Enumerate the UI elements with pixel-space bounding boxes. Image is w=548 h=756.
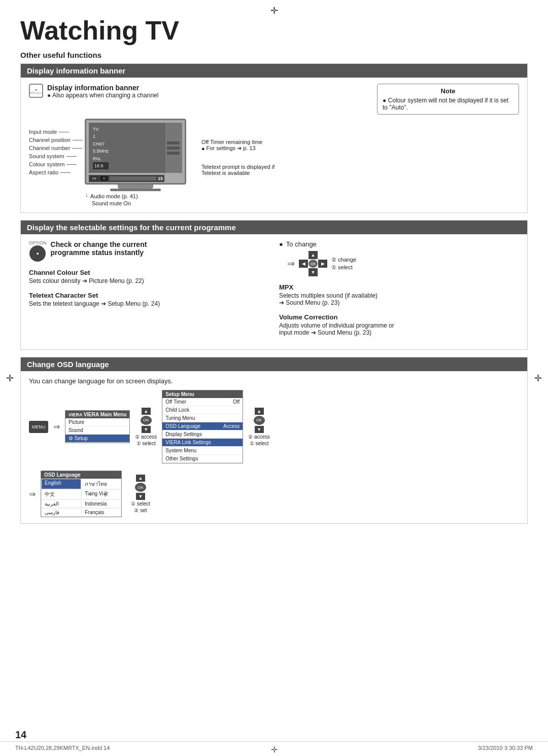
setup-item-offtimer[interactable]: Off TimerOff xyxy=(162,398,243,406)
recall-icon: ● RECALL xyxy=(29,84,43,98)
lang-vietnamese[interactable]: Tiếng Việt xyxy=(81,489,121,499)
sound-mute-label: Sound mute On xyxy=(92,200,131,206)
label-channel-number: Channel number xyxy=(29,144,83,152)
nav-down-1[interactable]: ▼ xyxy=(142,426,151,433)
lang-indonesian[interactable]: Indonesia xyxy=(81,499,121,508)
note-text: Colour system will not be displayed if i… xyxy=(383,97,508,111)
tv-diagram-outer: TV 1 CH07 5.5MHz PAL 16:9 xyxy=(85,119,186,191)
nav-col-3: ▲ OK ▼ ① select ② set xyxy=(131,475,150,513)
step3-select: ① select xyxy=(131,501,150,507)
channel-colour-set: Channel Colour Set Sets colour density ➔… xyxy=(29,269,269,284)
display-banner-section: Display information banner ● RECALL Disp… xyxy=(20,63,528,213)
arrow-to-lang: ⇒ xyxy=(29,489,36,499)
lang-arabic[interactable]: العربية xyxy=(41,499,81,508)
right-side-labels: Off Timer remaining time ● For settings … xyxy=(201,139,275,206)
change-osd-content: You can change language for on screen di… xyxy=(21,371,527,523)
setup-item-osdlang[interactable]: OSD LanguageAccess xyxy=(162,422,243,430)
tv-stand xyxy=(118,185,153,189)
to-change-instructions: ● To change ⇒ ▲ ◀ OK ▶ xyxy=(279,240,519,276)
option-icon: ● xyxy=(29,245,46,262)
setup-item-system[interactable]: System Menu xyxy=(162,447,243,455)
footer-compass-icon: ✛ xyxy=(271,745,278,754)
setup-item-tuning[interactable]: Tuning Menu xyxy=(162,414,243,422)
label-input-mode: Input mode xyxy=(29,128,83,136)
teletext-char-set: Teletext Character Set Sets the teletext… xyxy=(29,292,269,307)
ok-oval-1[interactable]: OK xyxy=(141,416,152,425)
setup-item-viera[interactable]: VIERA Link Settings xyxy=(162,439,243,447)
osd-description: You can change language for on screen di… xyxy=(29,377,519,385)
page-title: Watching TV xyxy=(20,15,528,46)
down-arrow-btn[interactable]: ▼ xyxy=(309,268,318,276)
tv-body: TV 1 CH07 5.5MHz PAL 16:9 xyxy=(85,119,186,185)
step2-access: ② access xyxy=(248,434,270,440)
step1-access: ② access xyxy=(135,434,157,440)
nav-up-1[interactable]: ▲ xyxy=(142,408,151,415)
footer-right: 3/23/2010 3:30:33 PM xyxy=(478,745,533,751)
right-arrow-btn[interactable]: ▶ xyxy=(318,260,327,268)
ok-btn-nav[interactable]: OK xyxy=(309,260,318,268)
setup-menu-title: Setup Menu xyxy=(162,390,243,398)
label-channel-position: Channel position xyxy=(29,136,83,144)
ok-oval-2[interactable]: OK xyxy=(254,416,265,425)
top-compass-icon: ✛ xyxy=(270,5,278,16)
setup-menu-screen: Setup Menu Off TimerOff Child Lock Tunin… xyxy=(162,390,243,463)
right-compass-icon: ✛ xyxy=(534,373,542,384)
teletext-note: Teletext prompt is displayed if Teletext… xyxy=(201,164,275,176)
selectable-settings-content: OPTION ● Check or change the current pro… xyxy=(21,234,527,349)
left-compass-icon: ✛ xyxy=(6,373,14,384)
lang-farsi[interactable]: فارسی xyxy=(41,508,81,517)
ok-oval-3[interactable]: OK xyxy=(135,483,146,492)
lang-french[interactable]: Français xyxy=(81,508,121,517)
change-osd-section: Change OSD language You can change langu… xyxy=(20,357,528,524)
left-arrow-btn[interactable]: ◀ xyxy=(299,260,308,268)
step2-select: ① select xyxy=(250,441,269,446)
lang-english[interactable]: English xyxy=(41,479,81,489)
tv-label-col: Input mode Channel position Channel numb… xyxy=(29,119,85,206)
page-footer: TH-L42U20,28,29KMRTX_EN.indd 14 ✛ 3/23/2… xyxy=(0,741,548,751)
up-arrow-btn[interactable]: ▲ xyxy=(309,251,318,259)
below-screen-labels: └ Audio mode (p. 41) xyxy=(85,193,138,199)
footer-left: TH-L42U20,28,29KMRTX_EN.indd 14 xyxy=(15,745,110,751)
setup-item-childlock[interactable]: Child Lock xyxy=(162,406,243,414)
settings-left-col: OPTION ● Check or change the current pro… xyxy=(29,240,269,343)
label-sound-system: Sound system xyxy=(29,152,83,160)
main-menu-screen: VIERA VIERA Main Menu Picture Sound ⚙ Se… xyxy=(65,410,130,443)
osd-lang-title: OSD Language xyxy=(41,471,121,479)
step1-select: ① select xyxy=(136,441,156,446)
setup-item-display[interactable]: Display Settings xyxy=(162,430,243,439)
selectable-settings-section: Display the selectable settings for the … xyxy=(20,220,528,350)
main-menu-title: VIERA VIERA Main Menu xyxy=(65,411,129,418)
selectable-settings-header: Display the selectable settings for the … xyxy=(21,221,527,234)
arrow-to-main: ⇒ xyxy=(53,422,60,431)
select-label: ① select xyxy=(331,264,356,271)
nav-down-3[interactable]: ▼ xyxy=(136,493,145,500)
nav-col-2: ▲ OK ▼ ② access ① select xyxy=(248,408,270,446)
nav-col-1: ▲ OK ▼ ② access ① select xyxy=(135,408,157,446)
page-container: Watching TV Other useful functions Displ… xyxy=(10,0,538,541)
volume-correction-block: Volume Correction Adjusts volume of indi… xyxy=(279,313,519,336)
note-title: Note xyxy=(383,87,513,95)
menu-item-sound[interactable]: Sound xyxy=(65,426,129,435)
note-box: Note ● Colour system will not be display… xyxy=(377,84,519,115)
label-colour-system: Colour system xyxy=(29,160,83,168)
label-aspect-ratio: Aspect ratio xyxy=(29,168,83,176)
tv-base xyxy=(110,189,161,191)
step3-set: ② set xyxy=(134,508,147,513)
setup-item-other[interactable]: Other Settings xyxy=(162,455,243,463)
tv-screen-inner: TV 1 CH07 5.5MHz PAL 16:9 xyxy=(89,123,182,173)
menu-button[interactable]: MENU xyxy=(29,421,48,433)
nav-up-3[interactable]: ▲ xyxy=(136,475,145,482)
menu-item-setup[interactable]: ⚙ Setup xyxy=(65,435,129,443)
display-banner-content: ● RECALL Display information banner ● Al… xyxy=(21,78,527,212)
lang-chinese[interactable]: 中文 xyxy=(41,489,81,499)
nav-up-2[interactable]: ▲ xyxy=(255,408,264,415)
change-osd-header: Change OSD language xyxy=(21,357,527,371)
lang-thai[interactable]: ภาษาไทย xyxy=(81,479,121,489)
display-banner-icon-label: Display information banner xyxy=(47,84,158,92)
mpx-block: MPX Selects multiplex sound (if availabl… xyxy=(279,283,519,306)
osd-step-row-1: MENU ⇒ VIERA VIERA Main Menu Picture Sou… xyxy=(29,390,519,463)
tv-text-overlay: TV 1 CH07 5.5MHz PAL 16:9 xyxy=(93,126,109,169)
nav-down-2[interactable]: ▼ xyxy=(255,426,264,433)
menu-item-picture[interactable]: Picture xyxy=(65,418,129,426)
osd-step-row-2: ⇒ OSD Language English ภาษาไทย 中文 Tiếng … xyxy=(29,471,519,517)
